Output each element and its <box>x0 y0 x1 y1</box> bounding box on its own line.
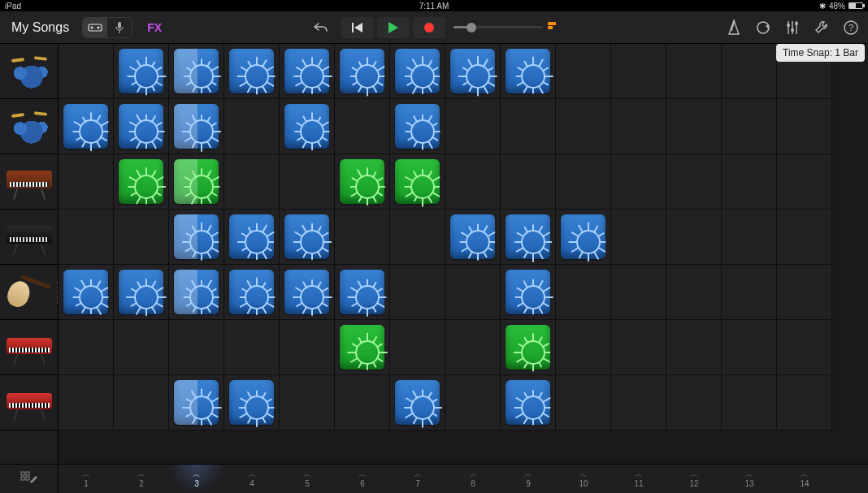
volume-slider[interactable] <box>454 26 543 28</box>
loop-cell[interactable] <box>340 270 384 314</box>
grid-cell[interactable] <box>611 210 666 265</box>
grid-cell[interactable] <box>224 154 280 210</box>
loop-button[interactable] <box>754 19 772 37</box>
column-trigger-11[interactable]: ︿11 <box>611 465 666 493</box>
grid-cell[interactable] <box>777 210 832 265</box>
play-button[interactable] <box>377 17 410 38</box>
grid-cell[interactable] <box>445 375 501 430</box>
column-trigger-10[interactable]: ︿10 <box>556 465 611 493</box>
loop-cell[interactable] <box>174 159 219 204</box>
loop-cell[interactable] <box>506 380 550 425</box>
loop-cell[interactable] <box>340 325 384 370</box>
grid-cell[interactable] <box>114 44 169 99</box>
loop-cell[interactable] <box>174 214 219 259</box>
grid-cell[interactable] <box>224 99 280 154</box>
grid-cell[interactable] <box>556 44 611 99</box>
grid-cell[interactable] <box>280 99 335 154</box>
grid-cell[interactable] <box>501 154 556 210</box>
loop-cell[interactable] <box>119 49 163 93</box>
grid-cell[interactable] <box>59 99 114 154</box>
grid-cell[interactable] <box>169 265 224 320</box>
grid-cell[interactable] <box>335 375 390 430</box>
grid-cell[interactable] <box>501 265 556 320</box>
loop-cell[interactable] <box>229 214 274 259</box>
loop-cell[interactable] <box>340 159 384 204</box>
loop-cell[interactable] <box>395 49 440 93</box>
grid-cell[interactable] <box>335 210 390 265</box>
view-mic-button[interactable] <box>107 18 132 37</box>
grid-cell[interactable] <box>556 320 611 375</box>
grid-cell[interactable] <box>556 99 611 154</box>
my-songs-button[interactable]: My Songs <box>7 17 74 38</box>
grid-cell[interactable] <box>335 99 390 154</box>
grid-cell[interactable] <box>114 154 169 210</box>
grid-cell[interactable] <box>556 210 611 265</box>
grid-cell[interactable] <box>501 375 556 430</box>
loop-cell[interactable] <box>340 49 384 93</box>
view-grid-button[interactable] <box>83 18 107 37</box>
grid-cell[interactable] <box>445 265 501 320</box>
grid-cell[interactable] <box>777 99 832 154</box>
grid-cell[interactable] <box>722 375 777 430</box>
grid-cell[interactable] <box>169 154 224 210</box>
track-resize-handle[interactable] <box>57 281 58 304</box>
grid-cell[interactable] <box>445 210 501 265</box>
grid-cell[interactable] <box>169 210 224 265</box>
grid-cell[interactable] <box>59 210 114 265</box>
loop-cell[interactable] <box>63 104 108 149</box>
grid-cell[interactable] <box>666 210 722 265</box>
grid-cell[interactable] <box>722 154 777 210</box>
mixer-button[interactable] <box>783 19 801 37</box>
grid-cell[interactable] <box>280 210 335 265</box>
grid-cell[interactable] <box>556 375 611 430</box>
settings-button[interactable] <box>813 19 831 37</box>
help-button[interactable]: ? <box>842 19 860 37</box>
grid-cell[interactable] <box>445 154 501 210</box>
grid-cell[interactable] <box>666 44 722 99</box>
grid-cell[interactable] <box>390 265 445 320</box>
grid-cell[interactable] <box>722 44 777 99</box>
grid-cell[interactable] <box>280 375 335 430</box>
grid-cell[interactable] <box>501 210 556 265</box>
grid-cell[interactable] <box>280 44 335 99</box>
column-trigger-8[interactable]: ︿8 <box>445 465 501 493</box>
grid-cell[interactable] <box>335 265 390 320</box>
grid-cell[interactable] <box>777 320 832 375</box>
track-header-bass-guitar[interactable] <box>0 265 58 320</box>
grid-cell[interactable] <box>445 99 501 154</box>
grid-cell[interactable] <box>224 44 280 99</box>
grid-cell[interactable] <box>722 265 777 320</box>
loop-cell[interactable] <box>506 49 550 93</box>
loop-cell[interactable] <box>395 159 440 204</box>
grid-cell[interactable] <box>59 154 114 210</box>
loop-cell[interactable] <box>119 104 163 149</box>
loop-cell[interactable] <box>63 270 108 314</box>
grid-cell[interactable] <box>114 320 169 375</box>
loop-cell[interactable] <box>284 49 329 93</box>
loop-cell[interactable] <box>174 380 219 425</box>
grid-cell[interactable] <box>335 44 390 99</box>
grid-cell[interactable] <box>777 375 832 430</box>
grid-cell[interactable] <box>114 375 169 430</box>
grid-cell[interactable] <box>445 44 501 99</box>
grid-cell[interactable] <box>59 320 114 375</box>
undo-button[interactable] <box>309 17 333 38</box>
column-trigger-12[interactable]: ︿12 <box>666 465 722 493</box>
column-trigger-1[interactable]: ︿1 <box>59 465 114 493</box>
loop-cell[interactable] <box>561 214 605 259</box>
column-trigger-14[interactable]: ︿14 <box>777 465 832 493</box>
grid-cell[interactable] <box>390 210 445 265</box>
loop-cell[interactable] <box>284 104 329 149</box>
grid-cell[interactable] <box>280 320 335 375</box>
grid-cell[interactable] <box>169 375 224 430</box>
grid-cell[interactable] <box>501 99 556 154</box>
loop-cell[interactable] <box>229 270 274 314</box>
loop-cell[interactable] <box>395 104 440 149</box>
grid-cell[interactable] <box>445 320 501 375</box>
metronome-button[interactable] <box>725 19 743 37</box>
column-trigger-6[interactable]: ︿6 <box>335 465 390 493</box>
column-trigger-3[interactable]: ︿3 <box>169 465 224 493</box>
loop-cell[interactable] <box>229 380 274 425</box>
loop-cell[interactable] <box>174 49 219 93</box>
grid-cell[interactable] <box>556 265 611 320</box>
